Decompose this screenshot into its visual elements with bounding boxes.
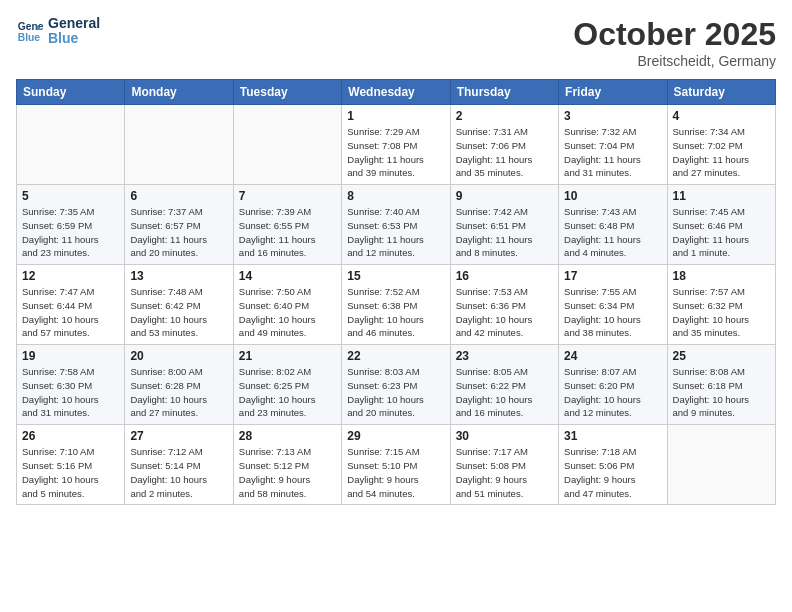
weekday-header-row: SundayMondayTuesdayWednesdayThursdayFrid… — [17, 80, 776, 105]
day-number: 7 — [239, 189, 336, 203]
page-header: General Blue General Blue October 2025 B… — [16, 16, 776, 69]
calendar-cell: 28Sunrise: 7:13 AM Sunset: 5:12 PM Dayli… — [233, 425, 341, 505]
day-info: Sunrise: 8:02 AM Sunset: 6:25 PM Dayligh… — [239, 365, 336, 420]
day-info: Sunrise: 7:34 AM Sunset: 7:02 PM Dayligh… — [673, 125, 770, 180]
weekday-header-friday: Friday — [559, 80, 667, 105]
calendar-week-row: 26Sunrise: 7:10 AM Sunset: 5:16 PM Dayli… — [17, 425, 776, 505]
day-number: 26 — [22, 429, 119, 443]
day-number: 2 — [456, 109, 553, 123]
calendar-week-row: 1Sunrise: 7:29 AM Sunset: 7:08 PM Daylig… — [17, 105, 776, 185]
calendar-cell: 5Sunrise: 7:35 AM Sunset: 6:59 PM Daylig… — [17, 185, 125, 265]
day-number: 8 — [347, 189, 444, 203]
day-number: 5 — [22, 189, 119, 203]
calendar-cell: 30Sunrise: 7:17 AM Sunset: 5:08 PM Dayli… — [450, 425, 558, 505]
day-number: 18 — [673, 269, 770, 283]
calendar-cell: 6Sunrise: 7:37 AM Sunset: 6:57 PM Daylig… — [125, 185, 233, 265]
day-info: Sunrise: 7:13 AM Sunset: 5:12 PM Dayligh… — [239, 445, 336, 500]
day-info: Sunrise: 7:48 AM Sunset: 6:42 PM Dayligh… — [130, 285, 227, 340]
weekday-header-sunday: Sunday — [17, 80, 125, 105]
weekday-header-tuesday: Tuesday — [233, 80, 341, 105]
day-number: 9 — [456, 189, 553, 203]
calendar-cell: 2Sunrise: 7:31 AM Sunset: 7:06 PM Daylig… — [450, 105, 558, 185]
calendar-cell: 4Sunrise: 7:34 AM Sunset: 7:02 PM Daylig… — [667, 105, 775, 185]
calendar-cell: 17Sunrise: 7:55 AM Sunset: 6:34 PM Dayli… — [559, 265, 667, 345]
day-info: Sunrise: 7:52 AM Sunset: 6:38 PM Dayligh… — [347, 285, 444, 340]
svg-text:Blue: Blue — [18, 33, 41, 44]
calendar-week-row: 12Sunrise: 7:47 AM Sunset: 6:44 PM Dayli… — [17, 265, 776, 345]
logo-text-line2: Blue — [48, 31, 100, 46]
day-info: Sunrise: 7:57 AM Sunset: 6:32 PM Dayligh… — [673, 285, 770, 340]
calendar-table: SundayMondayTuesdayWednesdayThursdayFrid… — [16, 79, 776, 505]
calendar-cell: 23Sunrise: 8:05 AM Sunset: 6:22 PM Dayli… — [450, 345, 558, 425]
day-number: 16 — [456, 269, 553, 283]
month-title: October 2025 — [573, 16, 776, 53]
calendar-cell: 21Sunrise: 8:02 AM Sunset: 6:25 PM Dayli… — [233, 345, 341, 425]
calendar-cell — [667, 425, 775, 505]
day-number: 11 — [673, 189, 770, 203]
day-number: 25 — [673, 349, 770, 363]
calendar-cell: 20Sunrise: 8:00 AM Sunset: 6:28 PM Dayli… — [125, 345, 233, 425]
calendar-cell: 24Sunrise: 8:07 AM Sunset: 6:20 PM Dayli… — [559, 345, 667, 425]
calendar-cell: 1Sunrise: 7:29 AM Sunset: 7:08 PM Daylig… — [342, 105, 450, 185]
day-number: 13 — [130, 269, 227, 283]
calendar-cell: 9Sunrise: 7:42 AM Sunset: 6:51 PM Daylig… — [450, 185, 558, 265]
day-info: Sunrise: 7:12 AM Sunset: 5:14 PM Dayligh… — [130, 445, 227, 500]
day-info: Sunrise: 7:58 AM Sunset: 6:30 PM Dayligh… — [22, 365, 119, 420]
calendar-week-row: 5Sunrise: 7:35 AM Sunset: 6:59 PM Daylig… — [17, 185, 776, 265]
calendar-cell: 31Sunrise: 7:18 AM Sunset: 5:06 PM Dayli… — [559, 425, 667, 505]
calendar-cell: 13Sunrise: 7:48 AM Sunset: 6:42 PM Dayli… — [125, 265, 233, 345]
day-info: Sunrise: 7:15 AM Sunset: 5:10 PM Dayligh… — [347, 445, 444, 500]
day-number: 24 — [564, 349, 661, 363]
day-info: Sunrise: 7:40 AM Sunset: 6:53 PM Dayligh… — [347, 205, 444, 260]
calendar-cell: 22Sunrise: 8:03 AM Sunset: 6:23 PM Dayli… — [342, 345, 450, 425]
day-number: 23 — [456, 349, 553, 363]
location-subtitle: Breitscheidt, Germany — [573, 53, 776, 69]
day-number: 10 — [564, 189, 661, 203]
day-info: Sunrise: 7:35 AM Sunset: 6:59 PM Dayligh… — [22, 205, 119, 260]
calendar-cell: 7Sunrise: 7:39 AM Sunset: 6:55 PM Daylig… — [233, 185, 341, 265]
day-info: Sunrise: 7:47 AM Sunset: 6:44 PM Dayligh… — [22, 285, 119, 340]
calendar-cell: 26Sunrise: 7:10 AM Sunset: 5:16 PM Dayli… — [17, 425, 125, 505]
day-number: 28 — [239, 429, 336, 443]
day-info: Sunrise: 7:39 AM Sunset: 6:55 PM Dayligh… — [239, 205, 336, 260]
day-number: 17 — [564, 269, 661, 283]
logo-text-line1: General — [48, 16, 100, 31]
logo: General Blue General Blue — [16, 16, 100, 47]
day-number: 20 — [130, 349, 227, 363]
calendar-cell: 15Sunrise: 7:52 AM Sunset: 6:38 PM Dayli… — [342, 265, 450, 345]
day-number: 21 — [239, 349, 336, 363]
calendar-cell: 16Sunrise: 7:53 AM Sunset: 6:36 PM Dayli… — [450, 265, 558, 345]
day-number: 1 — [347, 109, 444, 123]
day-info: Sunrise: 7:17 AM Sunset: 5:08 PM Dayligh… — [456, 445, 553, 500]
calendar-cell: 8Sunrise: 7:40 AM Sunset: 6:53 PM Daylig… — [342, 185, 450, 265]
day-info: Sunrise: 7:29 AM Sunset: 7:08 PM Dayligh… — [347, 125, 444, 180]
day-number: 19 — [22, 349, 119, 363]
calendar-cell: 11Sunrise: 7:45 AM Sunset: 6:46 PM Dayli… — [667, 185, 775, 265]
day-number: 15 — [347, 269, 444, 283]
day-number: 27 — [130, 429, 227, 443]
day-info: Sunrise: 7:43 AM Sunset: 6:48 PM Dayligh… — [564, 205, 661, 260]
day-info: Sunrise: 8:03 AM Sunset: 6:23 PM Dayligh… — [347, 365, 444, 420]
calendar-cell: 19Sunrise: 7:58 AM Sunset: 6:30 PM Dayli… — [17, 345, 125, 425]
day-info: Sunrise: 8:05 AM Sunset: 6:22 PM Dayligh… — [456, 365, 553, 420]
weekday-header-saturday: Saturday — [667, 80, 775, 105]
day-info: Sunrise: 8:00 AM Sunset: 6:28 PM Dayligh… — [130, 365, 227, 420]
title-block: October 2025 Breitscheidt, Germany — [573, 16, 776, 69]
calendar-cell — [125, 105, 233, 185]
weekday-header-monday: Monday — [125, 80, 233, 105]
day-number: 29 — [347, 429, 444, 443]
calendar-cell — [17, 105, 125, 185]
day-number: 3 — [564, 109, 661, 123]
day-number: 22 — [347, 349, 444, 363]
weekday-header-wednesday: Wednesday — [342, 80, 450, 105]
calendar-cell: 12Sunrise: 7:47 AM Sunset: 6:44 PM Dayli… — [17, 265, 125, 345]
calendar-cell — [233, 105, 341, 185]
day-info: Sunrise: 7:32 AM Sunset: 7:04 PM Dayligh… — [564, 125, 661, 180]
day-info: Sunrise: 7:37 AM Sunset: 6:57 PM Dayligh… — [130, 205, 227, 260]
day-info: Sunrise: 7:18 AM Sunset: 5:06 PM Dayligh… — [564, 445, 661, 500]
day-number: 4 — [673, 109, 770, 123]
svg-text:General: General — [18, 21, 44, 32]
calendar-cell: 18Sunrise: 7:57 AM Sunset: 6:32 PM Dayli… — [667, 265, 775, 345]
day-info: Sunrise: 7:50 AM Sunset: 6:40 PM Dayligh… — [239, 285, 336, 340]
day-info: Sunrise: 7:45 AM Sunset: 6:46 PM Dayligh… — [673, 205, 770, 260]
